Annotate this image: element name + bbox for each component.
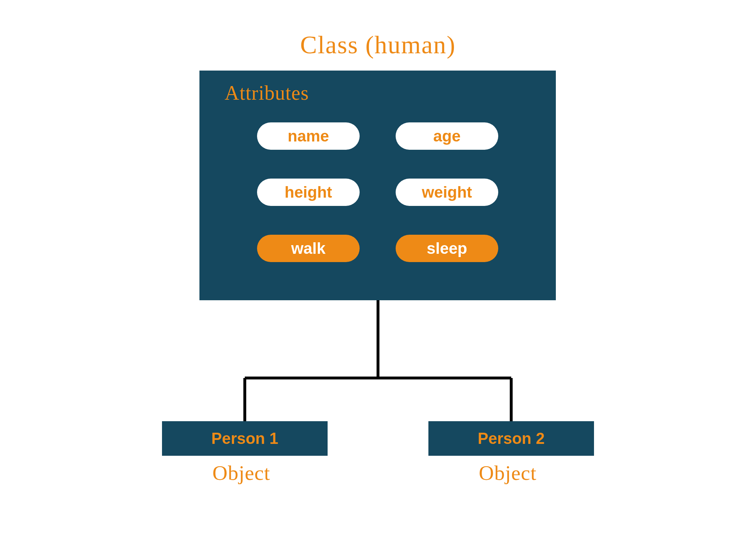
object-box-person-2: Person 2 [428, 421, 594, 456]
method-pill-walk: walk [257, 235, 360, 262]
method-pill-sleep: sleep [396, 235, 498, 262]
attribute-pill-height: height [257, 179, 360, 206]
class-box: Attributes name age height weight walk s… [199, 71, 556, 300]
diagram-title: Class (human) [300, 31, 456, 59]
attributes-label: Attributes [225, 81, 534, 104]
attribute-pill-weight: weight [396, 179, 498, 206]
object-caption-left: Object [212, 461, 270, 485]
attribute-pill-age: age [396, 122, 498, 150]
attribute-pill-name: name [257, 122, 360, 150]
object-caption-right: Object [479, 461, 537, 485]
pill-grid: name age height weight walk sleep [221, 112, 534, 276]
object-box-person-1: Person 1 [162, 421, 328, 456]
